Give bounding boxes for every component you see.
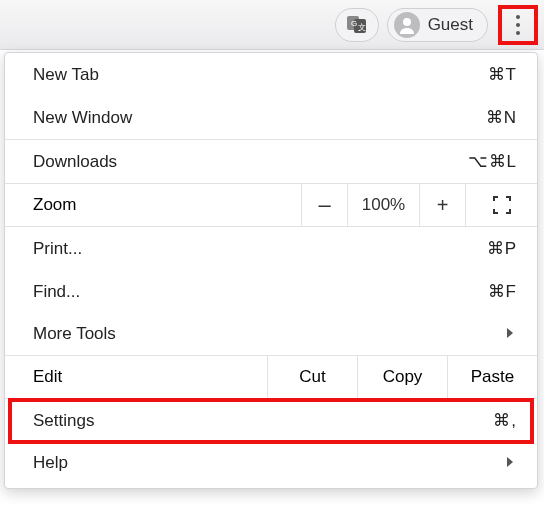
menu-item-label: New Window: [33, 108, 132, 128]
chevron-right-icon: [505, 453, 515, 473]
svg-text:G: G: [351, 19, 357, 28]
chevron-right-icon: [505, 324, 515, 344]
menu-item-shortcut: ⌘F: [488, 281, 517, 302]
menu-item-edit: Edit Cut Copy Paste: [5, 356, 537, 399]
svg-point-4: [403, 18, 411, 26]
browser-menu: New Tab ⌘T New Window ⌘N Downloads ⌥⌘L Z…: [4, 52, 538, 489]
zoom-label: Zoom: [5, 184, 301, 226]
menu-item-help[interactable]: Help: [5, 442, 537, 484]
translate-button[interactable]: G 文: [335, 8, 379, 42]
browser-toolbar: G 文 Guest: [0, 0, 544, 50]
menu-item-downloads[interactable]: Downloads ⌥⌘L: [5, 140, 537, 184]
menu-item-label: Settings: [33, 411, 94, 431]
menu-item-label: Find...: [33, 282, 80, 302]
zoom-out-button[interactable]: –: [301, 184, 347, 226]
menu-item-label: New Tab: [33, 65, 99, 85]
avatar-icon: [394, 12, 420, 38]
menu-item-zoom: Zoom – 100% +: [5, 184, 537, 227]
menu-item-label: Print...: [33, 239, 82, 259]
edit-cut-button[interactable]: Cut: [267, 356, 357, 398]
profile-label: Guest: [428, 15, 473, 35]
menu-item-shortcut: ⌘,: [493, 410, 517, 431]
fullscreen-button[interactable]: [465, 184, 537, 226]
svg-text:文: 文: [358, 23, 366, 32]
menu-item-label: More Tools: [33, 324, 116, 344]
menu-item-label: Help: [33, 453, 68, 473]
menu-item-shortcut: ⌘N: [486, 107, 517, 128]
zoom-value: 100%: [347, 184, 419, 226]
menu-item-more-tools[interactable]: More Tools: [5, 313, 537, 356]
kebab-icon: [516, 15, 520, 35]
menu-item-new-tab[interactable]: New Tab ⌘T: [5, 53, 537, 96]
translate-icon: G 文: [347, 16, 367, 34]
menu-button[interactable]: [504, 11, 532, 39]
menu-item-shortcut: ⌥⌘L: [468, 151, 517, 172]
highlight-menu-button: [498, 5, 538, 45]
menu-item-label: Downloads: [33, 152, 117, 172]
edit-paste-button[interactable]: Paste: [447, 356, 537, 398]
fullscreen-icon: [493, 196, 511, 214]
menu-item-print[interactable]: Print... ⌘P: [5, 227, 537, 270]
menu-item-shortcut: ⌘T: [488, 64, 517, 85]
menu-item-new-window[interactable]: New Window ⌘N: [5, 96, 537, 140]
zoom-in-button[interactable]: +: [419, 184, 465, 226]
edit-label: Edit: [5, 356, 267, 398]
menu-item-find[interactable]: Find... ⌘F: [5, 270, 537, 313]
edit-copy-button[interactable]: Copy: [357, 356, 447, 398]
menu-item-settings[interactable]: Settings ⌘,: [5, 399, 537, 442]
profile-button[interactable]: Guest: [387, 8, 488, 42]
menu-item-shortcut: ⌘P: [487, 238, 517, 259]
